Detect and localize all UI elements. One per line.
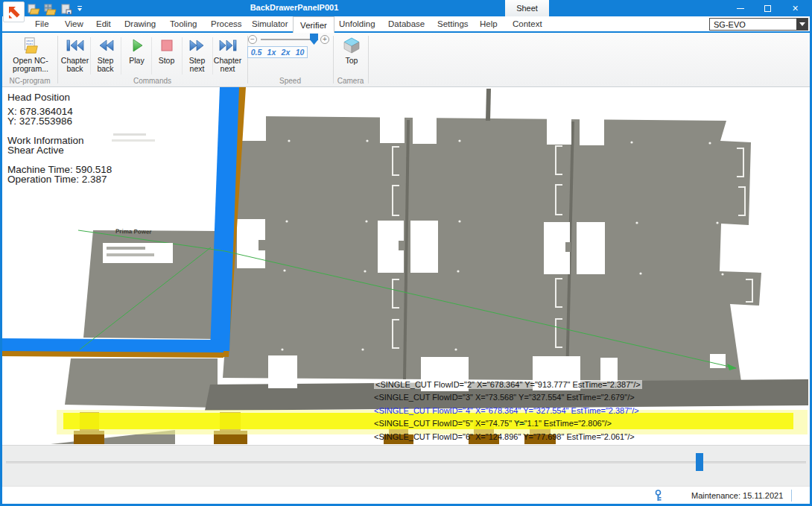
head-position-y: Y: 327.553986	[7, 116, 112, 126]
open-nc-program-button[interactable]: 1010 0101 Open NC-program...	[5, 35, 56, 76]
minimize-icon	[737, 8, 744, 9]
app-logo[interactable]	[3, 1, 25, 22]
cut-log-line: <SINGLE_CUT FlowID="3" X="73.568" Y="327…	[374, 393, 635, 403]
timeline-panel	[2, 445, 810, 486]
chevron-down-icon	[799, 22, 805, 26]
window-title: BackDrawerPanelP001	[223, 3, 365, 12]
menu-item-edit[interactable]: Edit	[96, 19, 111, 28]
step-next-icon	[188, 37, 207, 54]
sheet-left-panel-lower	[65, 358, 218, 408]
simulation-viewport[interactable]: Prima Power Head Position X: 678.364014 …	[2, 87, 810, 445]
play-button[interactable]: Play	[121, 35, 152, 76]
button-label: Open NC-program...	[5, 57, 56, 73]
menu-item-help[interactable]: Help	[480, 19, 498, 28]
cut-log-line-active: <SINGLE_CUT FlowID="4" X="678.364" Y="32…	[374, 406, 639, 417]
stop-icon	[159, 37, 174, 54]
application-window: BackDrawerPanelP001 Sheet × File View Ed…	[0, 0, 812, 506]
button-label: Step back	[90, 57, 121, 73]
group-label-speed: Speed	[247, 77, 333, 85]
speed-slider-handle[interactable]	[310, 34, 318, 45]
chapter-back-icon	[66, 37, 85, 54]
group-label-camera: Camera	[333, 77, 368, 85]
maintenance-icon	[653, 490, 663, 502]
customize-quick-access-icon[interactable]	[77, 6, 83, 11]
speed-increase-button[interactable]: +	[320, 35, 329, 44]
faint-annotation	[112, 139, 155, 142]
menu-item-process[interactable]: Process	[211, 19, 242, 28]
machine-selector[interactable]: SG-EVO	[709, 18, 808, 31]
timeline-handle[interactable]	[696, 453, 703, 471]
cut-log-line: <SINGLE_CUT FlowID="6" X="124.896" Y="77…	[374, 432, 635, 443]
panel-edge-notch	[77, 311, 82, 317]
menu-item-verifier-active[interactable]: Verifier	[293, 16, 334, 33]
button-label: Chapter back	[60, 57, 90, 73]
speed-decrease-button[interactable]: −	[248, 35, 257, 44]
button-label: Play	[129, 57, 144, 65]
prima-power-logo-icon	[5, 3, 23, 21]
faint-annotation	[113, 133, 146, 136]
button-label: Chapter next	[212, 57, 243, 73]
menu-item-context[interactable]: Context	[513, 19, 542, 28]
speed-preset-05[interactable]: 0.5	[251, 48, 262, 57]
step-next-button[interactable]: Step next	[182, 35, 212, 76]
nc-program-file-icon: 1010 0101	[21, 37, 40, 54]
menu-item-view[interactable]: View	[65, 19, 83, 28]
camera-cube-icon	[342, 37, 361, 54]
close-button[interactable]: ×	[781, 0, 809, 16]
speed-preset-1x[interactable]: 1x	[267, 48, 276, 57]
stop-button[interactable]: Stop	[151, 35, 182, 76]
button-label: Top	[346, 57, 358, 65]
context-tab-sheet[interactable]: Sheet	[505, 0, 549, 16]
speed-presets: 0.5 1x 2x 10	[247, 46, 308, 58]
status-bar: Maintenance: 15.11.2021	[2, 486, 810, 504]
hud-overlay: Head Position X: 678.364014 Y: 327.55398…	[7, 92, 112, 184]
menu-item-database[interactable]: Database	[388, 19, 425, 28]
title-bar: BackDrawerPanelP001 Sheet ×	[0, 0, 812, 16]
work-status: Shear Active	[7, 145, 112, 155]
maximize-button[interactable]	[754, 0, 781, 16]
head-position-title: Head Position	[7, 92, 112, 102]
button-label: Step next	[182, 57, 212, 73]
open-program-icon[interactable]	[28, 4, 41, 16]
group-separator	[368, 36, 369, 83]
menu-bar: File View Edit Drawing Tooling Process S…	[2, 16, 810, 33]
menu-item-settings[interactable]: Settings	[437, 19, 469, 28]
sheet-main-panel	[223, 116, 761, 382]
speed-preset-2x[interactable]: 2x	[282, 48, 291, 57]
group-label-commands: Commands	[57, 77, 247, 85]
timeline-track[interactable]	[6, 461, 806, 464]
open-machine-icon[interactable]	[44, 4, 57, 16]
close-icon: ×	[792, 3, 798, 13]
sheet-brand-label: Prima Power	[115, 228, 152, 235]
clamp-bar	[486, 89, 491, 121]
menu-item-unfolding[interactable]: Unfolding	[339, 19, 375, 28]
menu-item-file[interactable]: File	[35, 19, 49, 28]
sheet-tooltip	[103, 243, 173, 263]
button-label: Stop	[159, 57, 175, 65]
minimize-button[interactable]	[726, 0, 754, 16]
chapter-back-button[interactable]: Chapter back	[60, 35, 90, 76]
speed-preset-10[interactable]: 10	[296, 48, 305, 57]
status-divider	[791, 490, 792, 502]
maximize-icon	[764, 5, 771, 12]
menu-item-simulator[interactable]: Simulator	[252, 19, 288, 28]
dropdown-button[interactable]	[796, 19, 808, 30]
chapter-next-button[interactable]: Chapter next	[212, 35, 243, 76]
cut-log-line-highlighted: <SINGLE_CUT FlowID="5" X="74.75" Y="1.1"…	[374, 419, 612, 429]
group-label-nc-program: NC-program	[2, 77, 57, 85]
step-back-button[interactable]: Step back	[90, 35, 121, 76]
maintenance-status: Maintenance: 15.11.2021	[691, 491, 783, 500]
top-camera-button[interactable]: Top	[337, 35, 367, 76]
svg-text:0101: 0101	[26, 42, 34, 45]
panel-edge-notch	[80, 255, 85, 262]
save-icon[interactable]	[60, 4, 74, 16]
speed-slider-track[interactable]	[261, 39, 317, 40]
ribbon-toolbar: 1010 0101 Open NC-program... Chapter bac…	[2, 33, 810, 87]
play-icon	[130, 37, 145, 54]
simulation-scene: Prima Power	[2, 87, 810, 445]
shear-path-band-horizontal	[2, 338, 223, 352]
menu-item-drawing[interactable]: Drawing	[124, 19, 156, 28]
menu-item-tooling[interactable]: Tooling	[170, 19, 197, 28]
machine-selector-value: SG-EVO	[714, 20, 746, 29]
cut-log-line: <SINGLE_CUT FlowID="2" X="678.364" Y="91…	[374, 380, 642, 390]
